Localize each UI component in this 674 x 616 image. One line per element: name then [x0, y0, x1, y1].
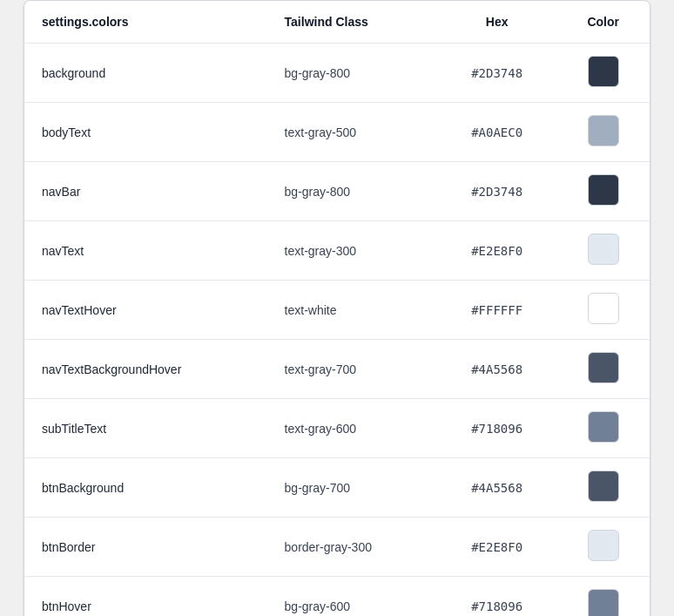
tailwind-class: bg-gray-600: [267, 577, 437, 617]
table-row: navBarbg-gray-800#2D3748: [24, 162, 650, 221]
color-swatch: [588, 589, 619, 616]
col-header-color: Color: [556, 1, 650, 44]
color-swatch: [588, 115, 619, 146]
tailwind-class: bg-gray-800: [267, 162, 437, 221]
color-swatch-cell: [556, 518, 650, 577]
tailwind-class: text-gray-700: [267, 340, 437, 399]
color-swatch-cell: [556, 399, 650, 458]
table-row: backgroundbg-gray-800#2D3748: [24, 44, 650, 103]
hex-value: #2D3748: [437, 44, 557, 103]
col-header-hex: Hex: [437, 1, 557, 44]
hex-value: #FFFFFF: [437, 281, 557, 340]
hex-value: #4A5568: [437, 458, 557, 518]
color-swatch-cell: [556, 103, 650, 162]
hex-value: #A0AEC0: [437, 103, 557, 162]
color-swatch-cell: [556, 281, 650, 340]
color-name: subTitleText: [24, 399, 267, 458]
color-swatch-cell: [556, 162, 650, 221]
tailwind-class: bg-gray-800: [267, 44, 437, 103]
table-row: btnBackgroundbg-gray-700#4A5568: [24, 458, 650, 518]
table-row: navTextHovertext-white#FFFFFF: [24, 281, 650, 340]
tailwind-class: text-gray-500: [267, 103, 437, 162]
color-name: btnBackground: [24, 458, 267, 518]
color-name: btnBorder: [24, 518, 267, 577]
color-name: btnHover: [24, 577, 267, 617]
color-swatch: [588, 530, 619, 561]
col-header-settings-colors: settings.colors: [24, 1, 267, 44]
color-swatch: [588, 411, 619, 443]
hex-value: #4A5568: [437, 340, 557, 399]
color-swatch: [588, 234, 619, 265]
tailwind-class: text-gray-600: [267, 399, 437, 458]
tailwind-class: bg-gray-700: [267, 458, 437, 518]
color-swatch: [588, 470, 619, 502]
hex-value: #E2E8F0: [437, 221, 557, 281]
color-swatch-cell: [556, 458, 650, 518]
color-swatch-cell: [556, 577, 650, 617]
tailwind-class: border-gray-300: [267, 518, 437, 577]
color-swatch: [588, 56, 619, 87]
hex-value: #E2E8F0: [437, 518, 557, 577]
table-row: navTexttext-gray-300#E2E8F0: [24, 221, 650, 281]
hex-value: #718096: [437, 399, 557, 458]
color-name: navBar: [24, 162, 267, 221]
color-name: navTextBackgroundHover: [24, 340, 267, 399]
table-row: btnBorderborder-gray-300#E2E8F0: [24, 518, 650, 577]
table-row: navTextBackgroundHovertext-gray-700#4A55…: [24, 340, 650, 399]
color-name: background: [24, 44, 267, 103]
color-swatch: [588, 174, 619, 206]
color-name: navText: [24, 221, 267, 281]
color-name: navTextHover: [24, 281, 267, 340]
hex-value: #718096: [437, 577, 557, 617]
color-name: bodyText: [24, 103, 267, 162]
tailwind-class: text-white: [267, 281, 437, 340]
color-settings-table: settings.colors Tailwind Class Hex Color…: [24, 0, 650, 616]
color-swatch-cell: [556, 340, 650, 399]
table-row: btnHoverbg-gray-600#718096: [24, 577, 650, 617]
table-header-row: settings.colors Tailwind Class Hex Color: [24, 1, 650, 44]
table-row: subTitleTexttext-gray-600#718096: [24, 399, 650, 458]
color-swatch: [588, 293, 619, 324]
col-header-tailwind-class: Tailwind Class: [267, 1, 437, 44]
hex-value: #2D3748: [437, 162, 557, 221]
color-swatch-cell: [556, 44, 650, 103]
color-swatch-cell: [556, 221, 650, 281]
table-row: bodyTexttext-gray-500#A0AEC0: [24, 103, 650, 162]
color-swatch: [588, 352, 619, 383]
tailwind-class: text-gray-300: [267, 221, 437, 281]
